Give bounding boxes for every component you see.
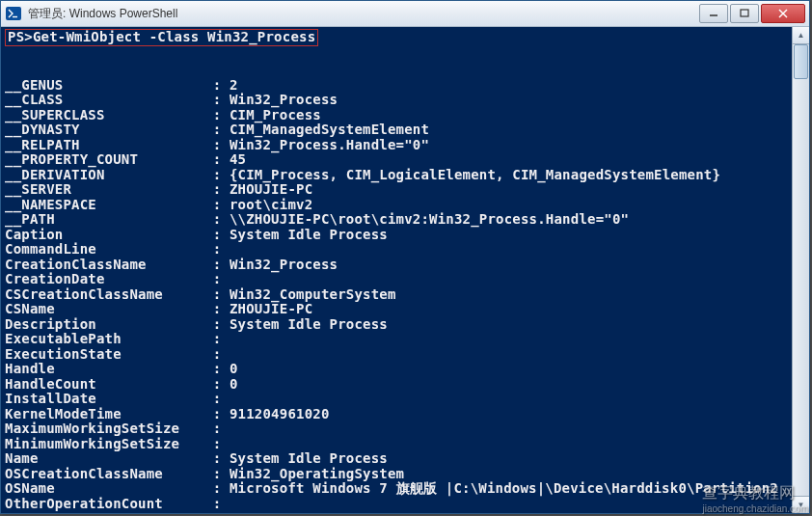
output-row: __CLASS : Win32_Process xyxy=(5,92,338,107)
vertical-scrollbar[interactable]: ▲ ▼ xyxy=(792,27,809,513)
output-row: CSName : ZHOUJIE-PC xyxy=(5,301,312,316)
output-row: OSName : Microsoft Windows 7 旗舰版 |C:\Win… xyxy=(5,480,778,496)
output-row: __PATH : \\ZHOUJIE-PC\root\cimv2:Win32_P… xyxy=(5,211,629,227)
output-row: __NAMESPACE : root\cimv2 xyxy=(5,197,312,212)
svg-rect-0 xyxy=(6,7,21,20)
terminal-area: PS>Get-WmiObject -Class Win32_Process __… xyxy=(1,27,809,513)
output-row: __GENUS : 2 xyxy=(5,77,238,93)
output-row: InstallDate : xyxy=(5,391,230,406)
maximize-button[interactable] xyxy=(730,4,759,23)
scroll-thumb[interactable] xyxy=(794,44,808,79)
output-row: CommandLine : xyxy=(5,241,230,257)
output-row: CSCreationClassName : Win32_ComputerSyst… xyxy=(5,286,396,302)
output-row: __PROPERTY_COUNT : 45 xyxy=(5,151,246,167)
output-row: __SERVER : ZHOUJIE-PC xyxy=(5,181,312,197)
window-controls xyxy=(697,4,805,23)
minimize-button[interactable] xyxy=(699,4,728,23)
output-row: ExecutionState : xyxy=(5,346,230,362)
output-row: Handle : 0 xyxy=(5,361,238,376)
powershell-window: 管理员: Windows PowerShell PS>Get-WmiObject… xyxy=(0,0,810,514)
output-row: __RELPATH : Win32_Process.Handle="0" xyxy=(5,137,429,152)
output-row: ExecutablePath : xyxy=(5,331,230,346)
output-row: __SUPERCLASS : CIM_Process xyxy=(5,107,321,122)
output-row: MaximumWorkingSetSize : xyxy=(5,421,230,436)
terminal-output[interactable]: PS>Get-WmiObject -Class Win32_Process __… xyxy=(1,27,792,513)
output-row: OSCreationClassName : Win32_OperatingSys… xyxy=(5,466,404,481)
output-row-truncated: OtherOperationCount : xyxy=(5,496,221,511)
output-row: __DERIVATION : {CIM_Process, CIM_Logical… xyxy=(5,167,720,182)
scroll-down-arrow[interactable]: ▼ xyxy=(793,496,809,513)
window-title: 管理员: Windows PowerShell xyxy=(28,6,697,22)
output-row: MinimumWorkingSetSize : xyxy=(5,436,230,451)
output-row: Caption : System Idle Process xyxy=(5,227,388,242)
output-row: KernelModeTime : 911204961020 xyxy=(5,406,330,421)
output-row: CreationDate : xyxy=(5,271,230,286)
output-row: Description : System Idle Process xyxy=(5,316,388,332)
output-row: __DYNASTY : CIM_ManagedSystemElement xyxy=(5,122,429,137)
output-row: HandleCount : 0 xyxy=(5,376,238,392)
title-bar[interactable]: 管理员: Windows PowerShell xyxy=(1,1,809,27)
command-line-highlight: PS>Get-WmiObject -Class Win32_Process xyxy=(5,29,318,46)
output-row: Name : System Idle Process xyxy=(5,450,388,466)
svg-rect-3 xyxy=(741,10,748,16)
scroll-track[interactable] xyxy=(793,44,809,496)
scroll-up-arrow[interactable]: ▲ xyxy=(793,27,809,44)
powershell-icon xyxy=(5,5,22,22)
output-row: CreationClassName : Win32_Process xyxy=(5,257,338,272)
close-button[interactable] xyxy=(761,4,805,23)
